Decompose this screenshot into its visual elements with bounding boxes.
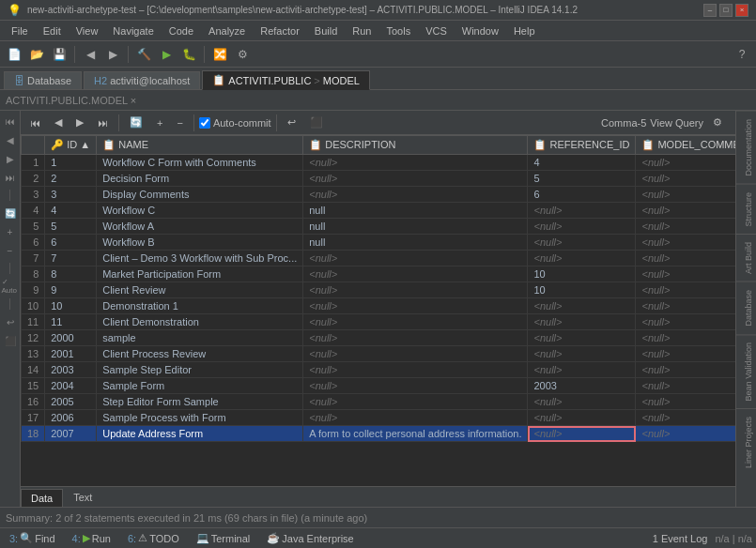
- cell-description[interactable]: <null>: [303, 298, 528, 314]
- tab-model[interactable]: 📋 ACTIVITI.PUBLIC > MODEL: [202, 70, 370, 90]
- table-container[interactable]: 🔑ID ▲ 📋NAME 📋DESCRIPTION 📋REFERENCE_ID 📋…: [21, 135, 735, 486]
- cell-description[interactable]: <null>: [303, 314, 528, 330]
- add-row-db-button[interactable]: +: [151, 114, 168, 131]
- window-controls[interactable]: – □ ×: [703, 4, 748, 17]
- cell-ref-id[interactable]: <null>: [528, 426, 636, 442]
- debug-button[interactable]: 🐛: [178, 44, 199, 65]
- row-number[interactable]: 2: [22, 171, 45, 187]
- cell-ref-id[interactable]: <null>: [528, 330, 636, 346]
- cell-model-comment[interactable]: <null>: [636, 251, 735, 266]
- menu-item-run[interactable]: Run: [345, 23, 378, 38]
- cell-name[interactable]: Display Comments: [97, 187, 303, 203]
- maximize-button[interactable]: □: [719, 4, 733, 17]
- cell-name[interactable]: sample: [97, 330, 303, 346]
- cell-name[interactable]: Workflow A: [97, 219, 303, 235]
- cell-model-comment[interactable]: <null>: [636, 203, 735, 219]
- undo-db-button[interactable]: ↩: [282, 114, 301, 131]
- cell-name[interactable]: Update Address Form: [97, 426, 303, 442]
- cell-model-comment[interactable]: <null>: [636, 298, 735, 314]
- row-number[interactable]: 5: [22, 219, 45, 235]
- refresh-db-button[interactable]: 🔄: [124, 114, 148, 131]
- tool-todo[interactable]: 6: ⚠ TODO: [122, 530, 185, 546]
- cell-description[interactable]: null: [303, 219, 528, 235]
- table-row[interactable]: 152004Sample Form<null>2003<null>2015-09…: [22, 378, 736, 394]
- cell-id[interactable]: 2006: [45, 410, 97, 426]
- cell-name[interactable]: Sample Form: [97, 378, 303, 394]
- back-button[interactable]: ◀: [80, 44, 100, 65]
- cell-ref-id[interactable]: <null>: [528, 235, 636, 251]
- table-row[interactable]: 1010Demonstration 1<null><null><null>201…: [22, 298, 736, 314]
- table-row[interactable]: 33Display Comments<null>6<null>2015-09-1…: [22, 187, 736, 203]
- help-button[interactable]: ?: [732, 44, 752, 65]
- col-header-reference-id[interactable]: 📋REFERENCE_ID: [528, 136, 636, 155]
- cell-id[interactable]: 11: [45, 314, 97, 330]
- cell-id[interactable]: 8: [45, 266, 97, 282]
- delete-row-button[interactable]: −: [2, 242, 19, 259]
- nav-last-db-button[interactable]: ⏭: [92, 114, 114, 131]
- nav-next-db-button[interactable]: ▶: [70, 114, 89, 131]
- right-tab-bean-validation[interactable]: Bean Validation: [736, 334, 756, 408]
- table-row[interactable]: 11Workflow C Form with Comments<null>4<n…: [22, 155, 736, 171]
- table-row[interactable]: 99Client Review<null>10<null>2015-09-10 …: [22, 282, 736, 298]
- cell-name[interactable]: Sample Process with Form: [97, 410, 303, 426]
- cell-name[interactable]: Workflow B: [97, 235, 303, 251]
- undo-button[interactable]: ↩: [2, 313, 19, 330]
- table-row[interactable]: 77Client – Demo 3 Workflow with Sub Proc…: [22, 251, 736, 266]
- table-row[interactable]: 44Workflow Cnull<null><null>2015-09-10 1…: [22, 203, 736, 219]
- row-number[interactable]: 17: [22, 410, 45, 426]
- row-number[interactable]: 4: [22, 203, 45, 219]
- cell-ref-id[interactable]: <null>: [528, 362, 636, 378]
- cell-ref-id[interactable]: 10: [528, 266, 636, 282]
- cell-description[interactable]: <null>: [303, 266, 528, 282]
- cell-name[interactable]: Client Process Review: [97, 346, 303, 362]
- cell-name[interactable]: Workflow C: [97, 203, 303, 219]
- cell-id[interactable]: 3: [45, 187, 97, 203]
- nav-prev-db-button[interactable]: ◀: [49, 114, 68, 131]
- cell-id[interactable]: 2005: [45, 394, 97, 410]
- col-header-description[interactable]: 📋DESCRIPTION: [303, 136, 528, 155]
- table-row[interactable]: 122000sample<null><null><null>2015-09-11…: [22, 330, 736, 346]
- cell-description[interactable]: <null>: [303, 171, 528, 187]
- cell-ref-id[interactable]: <null>: [528, 314, 636, 330]
- cell-model-comment[interactable]: <null>: [636, 266, 735, 282]
- cell-ref-id[interactable]: 5: [528, 171, 636, 187]
- table-row[interactable]: 142003Sample Step Editor<null><null><nul…: [22, 362, 736, 378]
- cell-id[interactable]: 2007: [45, 426, 97, 442]
- right-tab-documentation[interactable]: Documentation: [736, 111, 756, 184]
- row-number[interactable]: 3: [22, 187, 45, 203]
- nav-last-button[interactable]: ⏭: [2, 169, 19, 186]
- cell-description[interactable]: <null>: [303, 155, 528, 171]
- run-button[interactable]: ▶: [156, 44, 177, 65]
- cell-model-comment[interactable]: <null>: [636, 187, 735, 203]
- cell-id[interactable]: 2003: [45, 362, 97, 378]
- cell-ref-id[interactable]: <null>: [528, 251, 636, 266]
- col-header-rownum[interactable]: [22, 136, 45, 155]
- cell-model-comment[interactable]: <null>: [636, 155, 735, 171]
- row-number[interactable]: 11: [22, 314, 45, 330]
- cell-id[interactable]: 1: [45, 155, 97, 171]
- col-header-id[interactable]: 🔑ID ▲: [45, 136, 97, 155]
- cell-model-comment[interactable]: <null>: [636, 330, 735, 346]
- cell-model-comment[interactable]: <null>: [636, 410, 735, 426]
- cell-ref-id[interactable]: <null>: [528, 298, 636, 314]
- right-tab-art-build[interactable]: Art Build: [736, 234, 756, 282]
- cell-model-comment[interactable]: <null>: [636, 171, 735, 187]
- cell-name[interactable]: Client Demonstration: [97, 314, 303, 330]
- cell-ref-id[interactable]: <null>: [528, 203, 636, 219]
- cell-description[interactable]: <null>: [303, 394, 528, 410]
- nav-first-button[interactable]: ⏮: [2, 113, 19, 129]
- row-number[interactable]: 18: [22, 426, 45, 442]
- row-number[interactable]: 10: [22, 298, 45, 314]
- row-number[interactable]: 1: [22, 155, 45, 171]
- menu-item-refactor[interactable]: Refactor: [253, 23, 307, 38]
- row-number[interactable]: 16: [22, 394, 45, 410]
- cell-name[interactable]: Sample Step Editor: [97, 362, 303, 378]
- cell-model-comment[interactable]: <null>: [636, 426, 735, 442]
- cell-ref-id[interactable]: <null>: [528, 346, 636, 362]
- cell-name[interactable]: Step Editor Form Sample: [97, 394, 303, 410]
- cell-ref-id[interactable]: 10: [528, 282, 636, 298]
- nav-next-button[interactable]: ▶: [2, 150, 19, 167]
- cell-name[interactable]: Client Review: [97, 282, 303, 298]
- cell-description[interactable]: <null>: [303, 378, 528, 394]
- cell-description[interactable]: <null>: [303, 187, 528, 203]
